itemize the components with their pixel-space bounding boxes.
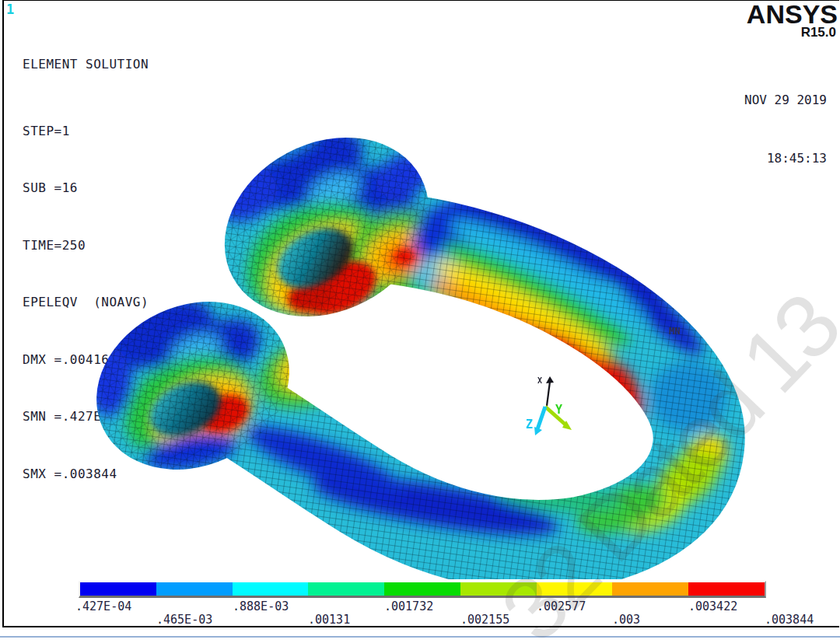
legend-segment bbox=[384, 582, 460, 596]
triad-z-axis-label: Z bbox=[526, 418, 533, 432]
legend-label: .888E-03 bbox=[233, 599, 289, 613]
legend-segment bbox=[308, 582, 384, 596]
legend-label: .003422 bbox=[688, 599, 737, 613]
legend-segment bbox=[460, 582, 537, 596]
legend-segment bbox=[233, 582, 309, 596]
ansys-graphics-window: { "window": { "plot_id": "1" }, "solutio… bbox=[0, 0, 840, 643]
legend-label: .465E-03 bbox=[156, 613, 212, 627]
contour-legend: .427E-04.888E-03.001732.002577.003422.46… bbox=[79, 581, 766, 598]
legend-label: .002577 bbox=[537, 599, 586, 613]
legend-segment bbox=[612, 582, 688, 596]
legend-value-labels: .427E-04.888E-03.001732.002577.003422.46… bbox=[80, 599, 827, 627]
legend-label: .002155 bbox=[460, 613, 509, 627]
legend-segment bbox=[537, 582, 613, 596]
legend-segment bbox=[156, 582, 233, 596]
min-location-marker: MN bbox=[669, 326, 680, 337]
shackle-surface bbox=[0, 0, 840, 579]
legend-segment bbox=[80, 582, 156, 596]
legend-color-bar bbox=[79, 581, 766, 598]
legend-label: .003844 bbox=[765, 613, 814, 627]
legend-label: .427E-04 bbox=[75, 599, 131, 613]
triad-y-axis-label: Y bbox=[555, 403, 562, 417]
triad-up-axis-label: X bbox=[537, 376, 542, 385]
legend-label: .003 bbox=[612, 613, 640, 627]
legend-segment bbox=[688, 582, 765, 596]
legend-label: .001732 bbox=[384, 599, 433, 613]
model-canvas: MN X Y Z bbox=[0, 0, 840, 579]
legend-label: .00131 bbox=[308, 613, 350, 627]
bottom-divider bbox=[0, 636, 840, 638]
